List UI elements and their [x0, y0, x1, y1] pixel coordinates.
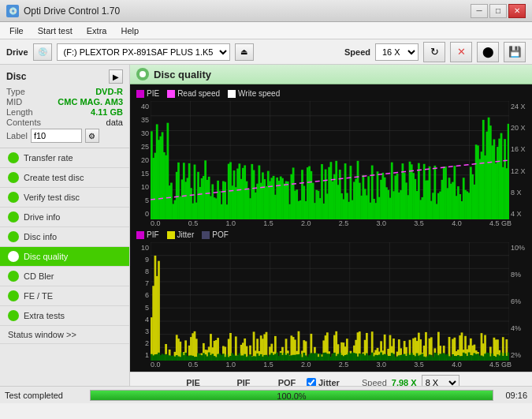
- stats-header-jitter-cell: Jitter: [307, 378, 362, 386]
- legend-write-speed: Write speed: [228, 89, 280, 98]
- menu-help[interactable]: Help: [114, 24, 145, 37]
- menu-bar: File Start test Extra Help: [0, 22, 532, 39]
- nav-create-test-disc[interactable]: Create test disc: [0, 168, 129, 188]
- window-controls: ─ □ ✕: [471, 4, 526, 18]
- stats-speed-value: 7.98 X: [392, 378, 417, 386]
- title-bar: 💿 Opti Drive Control 1.70 ─ □ ✕: [0, 0, 532, 22]
- drive-icon-button[interactable]: 💿: [33, 43, 52, 61]
- legend-pie: PIE: [136, 89, 159, 98]
- legend-write-speed-label: Write speed: [238, 89, 280, 98]
- menu-extra[interactable]: Extra: [80, 24, 113, 37]
- disc-length-val: 4.11 GB: [91, 107, 123, 117]
- chart1-area: 40 35 30 25 20 15 10 5 0 24 X: [133, 101, 529, 227]
- window-title: Opti Drive Control 1.70: [24, 6, 120, 17]
- nav-icon-cd-bler: [8, 271, 19, 282]
- chart1-legend: PIE Read speed Write speed: [133, 88, 529, 99]
- chart2-x-axis: 0.0 0.5 1.0 1.5 2.0 2.5 3.0 3.5 4.0 4.5 …: [133, 361, 529, 368]
- chart2-area: 10 9 8 7 6 5 4 3 2 1 10: [133, 242, 529, 368]
- legend2-jitter-color: [167, 231, 175, 239]
- disc-type-val: DVD-R: [95, 87, 123, 96]
- legend-read-speed: Read speed: [167, 89, 220, 98]
- speed-select[interactable]: 16 X Max 8X 12X: [375, 43, 419, 61]
- nav-icon-disc-info: [8, 231, 19, 242]
- refresh-button[interactable]: ↻: [423, 42, 445, 62]
- disc-length-row: Length 4.11 GB: [6, 107, 123, 117]
- nav-label-status-window: Status window >>: [8, 330, 76, 339]
- disc-label-input[interactable]: [31, 129, 82, 143]
- maximize-button[interactable]: □: [489, 4, 507, 18]
- drive-bar: Drive 💿 (F:) PLEXTOR PX-891SAF PLUS 1.K5…: [0, 39, 532, 65]
- disc-mid-key: MID: [6, 97, 22, 107]
- disc-section: Disc ▶ Type DVD-R MID CMC MAG. AM3 Lengt…: [0, 65, 129, 148]
- eject-button[interactable]: ⏏: [235, 43, 254, 61]
- disc-label-icon-button[interactable]: ⚙: [85, 129, 99, 143]
- drive-label: Drive: [6, 47, 28, 57]
- progress-bar: 100.0%: [90, 390, 493, 401]
- minimize-button[interactable]: ─: [471, 4, 488, 18]
- progress-text: 100.0%: [91, 391, 493, 402]
- charts-area: PIE Read speed Write speed 40 35 30: [130, 84, 532, 372]
- stats-header-pof: POF: [267, 378, 307, 386]
- save-button[interactable]: 💾: [504, 42, 526, 62]
- nav-fe-te[interactable]: FE / TE: [0, 286, 129, 306]
- legend2-jitter: Jitter: [167, 230, 195, 239]
- nav-disc-quality[interactable]: Disc quality: [0, 247, 129, 267]
- chart1-canvas-area: [151, 101, 509, 219]
- nav-status-window[interactable]: Status window >>: [0, 326, 129, 344]
- nav-icon-transfer-rate: [8, 152, 19, 163]
- stats-header-pie: PIE: [166, 378, 220, 386]
- chart2-canvas-area: [151, 242, 509, 361]
- disc-quality-title: Disc quality: [154, 69, 211, 80]
- legend-pie-label: PIE: [147, 89, 159, 98]
- nav-label-transfer-rate: Transfer rate: [24, 153, 73, 163]
- disc-quality-header: Disc quality: [130, 65, 532, 84]
- nav-icon-extra-tests: [8, 310, 19, 321]
- chart2-y-axis-right: 10% 8% 6% 4% 2%: [509, 242, 529, 361]
- burn-button[interactable]: ⬤: [477, 42, 499, 62]
- menu-start-test[interactable]: Start test: [32, 24, 79, 37]
- nav-label-drive-info: Drive info: [24, 212, 60, 222]
- right-panel: Disc quality PIE Read speed Write speed: [130, 65, 532, 386]
- legend-read-speed-label: Read speed: [177, 89, 220, 98]
- legend2-pif-label: PIF: [147, 230, 159, 239]
- speed-label: Speed: [344, 47, 370, 57]
- legend2-pif: PIF: [136, 230, 159, 239]
- menu-file[interactable]: File: [3, 24, 30, 37]
- erase-button[interactable]: ✕: [450, 42, 472, 62]
- disc-quality-icon: [136, 68, 149, 80]
- chart1-y-axis-left: 40 35 30 25 20 15 10 5 0: [133, 101, 151, 219]
- left-panel: Disc ▶ Type DVD-R MID CMC MAG. AM3 Lengt…: [0, 65, 130, 386]
- nav-extra-tests[interactable]: Extra tests: [0, 306, 129, 326]
- stats-speed-label: Speed: [362, 378, 387, 386]
- nav-label-extra-tests: Extra tests: [24, 311, 65, 320]
- nav-icon-fe-te: [8, 290, 19, 301]
- nav-icon-disc-quality: [8, 251, 19, 262]
- chart1-canvas: [151, 101, 509, 219]
- disc-arrow-button[interactable]: ▶: [109, 69, 123, 84]
- legend2-jitter-label: Jitter: [177, 230, 195, 239]
- status-text: Test completed: [5, 391, 84, 400]
- disc-title: Disc: [6, 71, 26, 82]
- nav-verify-test-disc[interactable]: Verify test disc: [0, 188, 129, 208]
- chart1-inner: 40 35 30 25 20 15 10 5 0 24 X: [133, 101, 529, 219]
- nav-disc-info[interactable]: Disc info: [0, 227, 129, 247]
- stats-speed-select[interactable]: 8 X 4X 12X: [422, 375, 459, 386]
- disc-type-row: Type DVD-R: [6, 87, 123, 96]
- drive-select[interactable]: (F:) PLEXTOR PX-891SAF PLUS 1.K5: [57, 43, 230, 61]
- close-button[interactable]: ✕: [508, 4, 526, 18]
- nav-icon-verify-test-disc: [8, 192, 19, 203]
- disc-length-key: Length: [6, 107, 33, 117]
- chart2-y-axis-left: 10 9 8 7 6 5 4 3 2 1: [133, 242, 151, 361]
- stats-header-jitter: Jitter: [318, 378, 340, 386]
- nav-transfer-rate[interactable]: Transfer rate: [0, 148, 129, 168]
- stats-bar: PIE PIF POF Jitter Speed 7.98 X 8 X 4X 1…: [130, 372, 532, 386]
- chart2-canvas: [151, 242, 509, 361]
- nav-drive-info[interactable]: Drive info: [0, 208, 129, 227]
- disc-label-key: Label: [6, 131, 28, 140]
- nav-label-create-test-disc: Create test disc: [24, 173, 84, 182]
- status-bar: Test completed 100.0% 09:16: [0, 386, 532, 403]
- nav-cd-bler[interactable]: CD Bler: [0, 267, 129, 286]
- jitter-checkbox[interactable]: [307, 378, 316, 386]
- legend2-pif-color: [136, 231, 144, 239]
- legend-read-speed-color: [167, 90, 175, 98]
